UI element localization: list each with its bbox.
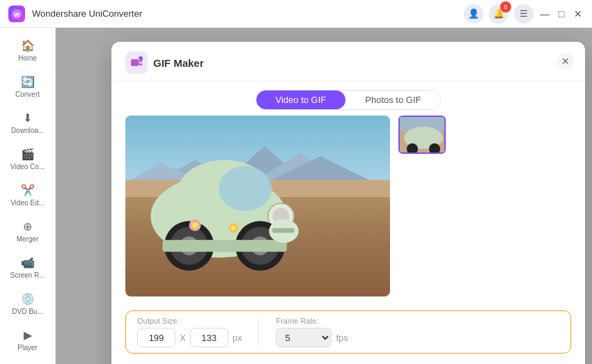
thumbnail-strip (398, 116, 446, 296)
svg-point-28 (192, 222, 198, 228)
screen-rec-icon: 📹 (21, 256, 35, 269)
settings-box: Output Size: X px Frame Rate: (125, 310, 571, 354)
close-icon: ✕ (561, 56, 570, 67)
main-layout: 🏠 Home 🔄 Convert ⬇ Downloa... 🎬 Video Co… (0, 28, 592, 364)
app-title: Wondershare UniConverter (32, 8, 464, 19)
sidebar-item-label-ve: Video Ed... (10, 199, 45, 207)
output-size-inputs: X px (137, 328, 242, 347)
sidebar-item-label-dvd: DVD Bu... (12, 308, 42, 316)
svg-rect-32 (272, 228, 295, 233)
height-input[interactable] (190, 328, 228, 347)
user-icon-btn[interactable]: 👤 (464, 4, 483, 24)
sidebar-item-video-edit[interactable]: ✂️ Video Ed... (0, 178, 55, 213)
fps-unit: fps (336, 333, 348, 343)
svg-rect-26 (162, 240, 287, 252)
sidebar-item-screen-rec[interactable]: 📹 Screen R... (0, 251, 55, 285)
width-input[interactable] (137, 328, 176, 347)
tab-switcher: Video to GIF Photos to GIF (111, 81, 585, 116)
frame-rate-group: Frame Rate: 3 5 10 15 20 25 30 (276, 317, 348, 347)
download-icon: ⬇ (23, 111, 32, 125)
sidebar-item-player[interactable]: ▶ Player (0, 323, 55, 358)
modal-settings: Output Size: X px Frame Rate: (111, 305, 585, 362)
sidebar: 🏠 Home 🔄 Convert ⬇ Downloa... 🎬 Video Co… (0, 28, 56, 364)
car-scene (125, 116, 390, 296)
modal-close-button[interactable]: ✕ (557, 53, 574, 70)
sidebar-item-label-sr: Screen R... (10, 271, 45, 280)
close-button[interactable]: ✕ (572, 8, 584, 19)
gif-maker-modal: + GIF Maker ✕ Video to GIF Photos to GIF (111, 42, 585, 364)
sidebar-item-download[interactable]: ⬇ Downloa... (0, 106, 55, 141)
title-bar: W Wondershare UniConverter 👤 🔔 8 ☰ — □ ✕ (0, 0, 592, 28)
modal-header: + GIF Maker ✕ (111, 42, 585, 81)
modal-body (111, 116, 585, 305)
svg-rect-2 (131, 59, 139, 66)
gif-icon-svg: + (130, 56, 143, 70)
menu-btn[interactable]: ☰ (514, 4, 533, 24)
modal-icon: + (125, 52, 148, 74)
output-size-label: Output Size: (137, 317, 242, 325)
x-separator: X (180, 333, 186, 343)
video-edit-icon: ✂️ (21, 184, 35, 197)
player-icon: ▶ (24, 329, 32, 342)
maximize-button[interactable]: □ (556, 8, 567, 19)
sidebar-item-label-merger: Merger (17, 235, 39, 244)
output-size-group: Output Size: X px (137, 317, 242, 347)
sidebar-item-toolbox[interactable]: ⊞ Toolbox (0, 359, 55, 364)
sidebar-item-label-home: Home (18, 54, 37, 63)
main-preview (125, 116, 390, 296)
app-logo: W (8, 6, 25, 22)
fps-select[interactable]: 3 5 10 15 20 25 30 (276, 328, 332, 347)
sidebar-item-home[interactable]: 🏠 Home (0, 33, 55, 68)
settings-divider (258, 318, 259, 346)
title-bar-controls: 👤 🔔 8 ☰ — □ ✕ (464, 4, 584, 24)
user-icon: 👤 (468, 8, 479, 19)
frame-rate-label: Frame Rate: (276, 317, 348, 325)
sidebar-item-convert[interactable]: 🔄 Convert (0, 70, 55, 104)
sidebar-item-label-player: Player (17, 344, 37, 352)
minimize-button[interactable]: — (539, 8, 550, 19)
svg-rect-4 (139, 63, 142, 65)
home-icon: 🏠 (21, 39, 35, 52)
px-unit: px (233, 333, 242, 343)
tab-group: Video to GIF Photos to GIF (256, 90, 442, 110)
svg-text:W: W (14, 11, 20, 18)
car-svg (125, 125, 337, 278)
tab-photos-to-gif[interactable]: Photos to GIF (345, 90, 440, 109)
dvd-icon: 💿 (21, 292, 35, 306)
video-compress-icon: 🎬 (21, 148, 35, 161)
sidebar-item-label-convert: Convert (15, 90, 40, 99)
svg-point-30 (231, 225, 236, 230)
svg-point-17 (219, 166, 272, 212)
thumbnail-img-1 (400, 117, 444, 152)
sidebar-item-label-download: Downloa... (11, 127, 44, 135)
sidebar-item-dvd[interactable]: 💿 DVD Bu... (0, 287, 55, 322)
notification-bell[interactable]: 🔔 8 (489, 4, 508, 24)
modal-title: GIF Maker (153, 57, 204, 69)
sidebar-item-video-compress[interactable]: 🎬 Video Co... (0, 142, 55, 177)
frame-rate-inputs: 3 5 10 15 20 25 30 fps (276, 328, 348, 347)
tab-video-to-gif[interactable]: Video to GIF (256, 90, 346, 109)
hamburger-icon: ☰ (520, 8, 528, 19)
merger-icon: ⊕ (23, 220, 32, 233)
content-area: itor metadata ...stadata CD. + (56, 28, 592, 364)
convert-icon: 🔄 (21, 75, 35, 88)
thumb-car-svg (400, 117, 446, 154)
thumbnail-1[interactable] (398, 116, 446, 154)
sidebar-item-label-vc: Video Co... (10, 163, 45, 171)
notification-badge: 8 (500, 1, 511, 13)
sidebar-item-merger[interactable]: ⊕ Merger (0, 214, 55, 249)
